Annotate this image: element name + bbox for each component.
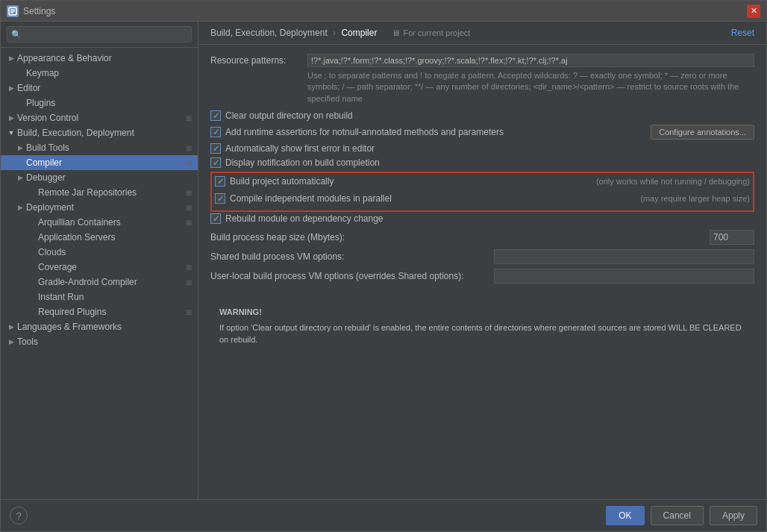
checkbox-add-assertions[interactable]: ✓ bbox=[210, 127, 221, 137]
resource-input-wrap: Use ; to separate patterns and ! to nega… bbox=[307, 54, 754, 104]
option-label-add-assertions: Add runtime assertions for notnull-annot… bbox=[225, 127, 643, 137]
close-button[interactable]: ✕ bbox=[747, 4, 760, 18]
checkbox-build-automatically[interactable]: ✓ bbox=[215, 176, 225, 187]
sidebar-item-clouds[interactable]: Clouds bbox=[1, 245, 198, 260]
arrow-icon bbox=[16, 69, 25, 78]
user-vm-label: User-local build process VM options (ove… bbox=[210, 271, 494, 281]
sidebar-item-deployment[interactable]: ▶ Deployment ⊞ bbox=[1, 200, 198, 215]
heap-size-label: Build process heap size (Mbytes): bbox=[210, 232, 710, 242]
project-scope: 🖥 For current project bbox=[392, 28, 470, 37]
sidebar-item-label: Application Servers bbox=[38, 232, 192, 242]
sidebar-item-remote-jar[interactable]: Remote Jar Repositories ⊞ bbox=[1, 185, 198, 200]
help-button[interactable]: ? bbox=[10, 507, 28, 525]
shared-vm-row: Shared build process VM options: bbox=[210, 249, 754, 264]
checkbox-show-first-error[interactable]: ✓ bbox=[210, 143, 221, 154]
user-vm-row: User-local build process VM options (ove… bbox=[210, 269, 754, 284]
external-icon: ⊞ bbox=[186, 204, 192, 212]
sidebar-item-editor[interactable]: ▶ Editor bbox=[1, 81, 198, 96]
cancel-button[interactable]: Cancel bbox=[651, 506, 704, 525]
sidebar-item-languages[interactable]: ▶ Languages & Frameworks bbox=[1, 319, 198, 334]
breadcrumb-path: Build, Execution, Deployment bbox=[210, 28, 328, 38]
arrow-icon: ▶ bbox=[7, 322, 16, 331]
configure-annotations-button[interactable]: Configure annotations... bbox=[651, 125, 754, 140]
sidebar-item-debugger[interactable]: ▶ Debugger bbox=[1, 170, 198, 185]
shared-vm-input[interactable] bbox=[494, 249, 754, 264]
sidebar-item-label: Appearance & Behavior bbox=[17, 53, 192, 63]
breadcrumb: Build, Execution, Deployment › Compiler bbox=[210, 28, 377, 38]
arrow-icon bbox=[28, 233, 37, 242]
arrow-icon bbox=[28, 218, 37, 227]
option-label-compile-parallel: Compile independent modules in parallel bbox=[230, 193, 625, 204]
sidebar-item-build-tools[interactable]: ▶ Build Tools ⊞ bbox=[1, 140, 198, 155]
external-icon: ⊞ bbox=[186, 144, 192, 152]
sidebar-item-instant-run[interactable]: Instant Run bbox=[1, 290, 198, 304]
arrow-icon bbox=[16, 158, 25, 167]
arrow-icon: ▶ bbox=[7, 84, 16, 93]
option-label-clear-output: Clear output directory on rebuild bbox=[225, 110, 754, 121]
settings-window: Settings ✕ 🔍 ▶ Appearance & Behavior bbox=[0, 0, 767, 532]
arrow-icon bbox=[28, 278, 37, 287]
option-note-compile-parallel: (may require larger heap size) bbox=[640, 194, 750, 203]
option-label-build-automatically: Build project automatically bbox=[230, 176, 581, 187]
scope-icon: 🖥 bbox=[392, 28, 400, 37]
resource-patterns-input[interactable] bbox=[307, 54, 754, 67]
scope-label: For current project bbox=[403, 28, 470, 37]
right-panel: Build, Execution, Deployment › Compiler … bbox=[198, 22, 766, 499]
arrow-icon: ▶ bbox=[16, 173, 25, 182]
option-build-automatically: ✓ Build project automatically (only work… bbox=[212, 175, 753, 188]
arrow-icon: ▶ bbox=[7, 54, 16, 63]
search-icon: 🔍 bbox=[11, 30, 22, 40]
sidebar-item-label: Instant Run bbox=[38, 292, 192, 302]
sidebar-item-coverage[interactable]: Coverage ⊞ bbox=[1, 260, 198, 275]
sidebar-item-required-plugins[interactable]: Required Plugins ⊞ bbox=[1, 304, 198, 319]
user-vm-input[interactable] bbox=[494, 269, 754, 284]
checkbox-rebuild-on-dep[interactable]: ✓ bbox=[210, 213, 221, 224]
arrow-icon bbox=[28, 292, 37, 301]
sidebar: 🔍 ▶ Appearance & Behavior Keymap ▶ bbox=[1, 22, 198, 499]
resource-patterns-row: Resource patterns: Use ; to separate pat… bbox=[210, 54, 754, 104]
option-rebuild-on-dep: ✓ Rebuild module on dependency change bbox=[210, 213, 754, 224]
arrow-icon bbox=[16, 98, 25, 107]
main-content: 🔍 ▶ Appearance & Behavior Keymap ▶ bbox=[1, 22, 766, 499]
sidebar-item-app-servers[interactable]: Application Servers bbox=[1, 230, 198, 245]
apply-button[interactable]: Apply bbox=[710, 506, 757, 525]
sidebar-item-label: Remote Jar Repositories bbox=[38, 187, 186, 198]
option-show-first-error: ✓ Automatically show first error in edit… bbox=[210, 143, 754, 154]
sidebar-item-gradle-android[interactable]: Gradle-Android Compiler ⊞ bbox=[1, 275, 198, 290]
arrow-icon: ▶ bbox=[16, 203, 25, 212]
sidebar-item-compiler[interactable]: Compiler ⊞ bbox=[1, 155, 198, 170]
highlighted-options-group: ✓ Build project automatically (only work… bbox=[210, 172, 754, 212]
option-compile-parallel: ✓ Compile independent modules in paralle… bbox=[212, 192, 753, 205]
sidebar-item-plugins[interactable]: Plugins bbox=[1, 96, 198, 110]
sidebar-item-keymap[interactable]: Keymap bbox=[1, 66, 198, 81]
panel-header: Build, Execution, Deployment › Compiler … bbox=[198, 22, 766, 45]
warning-box: WARNING! If option 'Clear output directo… bbox=[210, 298, 754, 354]
sidebar-item-tools[interactable]: ▶ Tools bbox=[1, 334, 198, 349]
arrow-icon: ▶ bbox=[16, 143, 25, 152]
sidebar-item-label: Version Control bbox=[17, 113, 186, 123]
arrow-icon bbox=[28, 307, 37, 316]
arrow-icon: ▼ bbox=[7, 128, 16, 137]
breadcrumb-separator: › bbox=[333, 28, 336, 38]
sidebar-item-build-exec[interactable]: ▼ Build, Execution, Deployment bbox=[1, 125, 198, 140]
sidebar-item-label: Deployment bbox=[26, 202, 186, 213]
sidebar-item-appearance[interactable]: ▶ Appearance & Behavior bbox=[1, 51, 198, 66]
external-icon: ⊞ bbox=[186, 219, 192, 227]
resource-patterns-label: Resource patterns: bbox=[210, 54, 307, 66]
sidebar-item-arquillian[interactable]: Arquillian Containers ⊞ bbox=[1, 215, 198, 230]
search-input[interactable] bbox=[7, 26, 192, 43]
reset-link[interactable]: Reset bbox=[731, 28, 754, 38]
checkbox-clear-output[interactable]: ✓ bbox=[210, 110, 221, 121]
warning-body: If option 'Clear output directory on reb… bbox=[219, 322, 745, 346]
resource-help-text: Use ; to separate patterns and ! to nega… bbox=[307, 70, 754, 104]
heap-size-input[interactable] bbox=[710, 230, 754, 245]
window-title: Settings bbox=[23, 6, 747, 16]
sidebar-item-version-control[interactable]: ▶ Version Control ⊞ bbox=[1, 110, 198, 125]
arrow-icon: ▶ bbox=[7, 337, 16, 346]
ok-button[interactable]: OK bbox=[606, 506, 644, 525]
checkbox-display-notification[interactable]: ✓ bbox=[210, 157, 221, 168]
checkbox-compile-parallel[interactable]: ✓ bbox=[215, 193, 225, 204]
external-icon: ⊞ bbox=[186, 189, 192, 197]
external-icon: ⊞ bbox=[186, 159, 192, 167]
arrow-icon: ▶ bbox=[7, 113, 16, 122]
